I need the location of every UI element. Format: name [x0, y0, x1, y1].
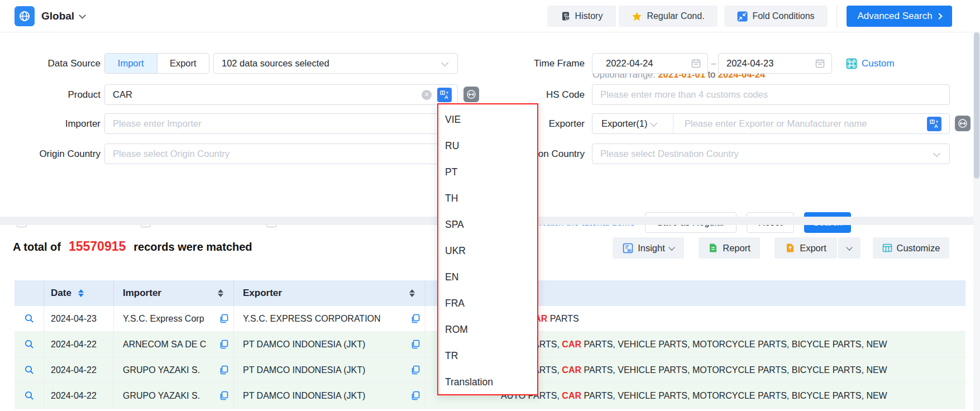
page-scrollbar-track[interactable] [973, 32, 980, 411]
exporter-cell: Y.S.C. EXPRESS CORPORATION [234, 306, 426, 331]
exporter-name[interactable]: PT DAMCO INDONESIA (JKT) [243, 391, 365, 401]
date-cell: 2024-04-22 [44, 383, 114, 408]
importer-input[interactable] [104, 113, 458, 134]
import-tab[interactable]: Import [105, 54, 157, 73]
importer-name[interactable]: Y.S.C. Express Corp [123, 314, 204, 324]
product-input[interactable]: ✕ A [104, 84, 458, 105]
hs-code-input[interactable] [592, 84, 950, 105]
end-date-input[interactable] [718, 53, 832, 74]
importer-cell: Y.S.C. Express Corp [114, 306, 234, 331]
lang-option[interactable]: VIE [438, 107, 537, 133]
exporter-type-value: Exporter(1) [601, 118, 648, 129]
exporter-cell: PT DAMCO INDONESIA (JKT) [234, 332, 426, 357]
hs-code-label: HS Code [484, 84, 585, 105]
exporter-name[interactable]: PT DAMCO INDONESIA (JKT) [243, 365, 365, 375]
lang-option[interactable]: TH [438, 185, 537, 212]
product-text: AUTO PARTS, CAR PARTS, VEHICLE PARTS, MO… [501, 340, 887, 350]
sort-exporter-control[interactable] [409, 289, 415, 297]
copy-icon[interactable] [410, 314, 420, 323]
importer-cell: GRUPO YAZAKI S. [114, 383, 234, 408]
report-button[interactable]: Report [699, 237, 760, 259]
top-bar: Global History Regular Cond. Fold Condit… [0, 0, 980, 32]
export-tab[interactable]: Export [157, 54, 209, 73]
copy-icon[interactable] [219, 340, 228, 349]
row-detail-button[interactable] [15, 383, 44, 408]
chevron-down-icon [650, 120, 657, 127]
copy-icon[interactable] [219, 314, 228, 323]
origin-country-select[interactable] [104, 144, 458, 164]
product-value[interactable] [113, 89, 416, 100]
export-button[interactable]: Export [775, 237, 837, 259]
copy-icon[interactable] [410, 391, 420, 400]
copy-icon[interactable] [219, 391, 228, 400]
lang-option[interactable]: SPA [438, 212, 537, 238]
total-count: 15570915 [69, 239, 126, 254]
destination-country-field[interactable] [600, 149, 931, 159]
exporter-name[interactable]: Y.S.C. EXPRESS CORPORATION [243, 314, 381, 324]
importer-name[interactable]: GRUPO YAZAKI S. [123, 391, 200, 401]
end-date-value[interactable] [726, 58, 815, 69]
importer-field[interactable] [113, 118, 450, 129]
page-scrollbar-thumb[interactable] [974, 32, 979, 179]
export-options-button[interactable] [838, 237, 861, 259]
row-detail-button[interactable] [15, 357, 44, 383]
hs-code-field[interactable] [600, 89, 941, 100]
importer-cell: GRUPO YAZAKI S. [114, 357, 234, 383]
translate-icon[interactable]: A [437, 88, 452, 102]
regular-conditions-button[interactable]: Regular Cond. [619, 6, 718, 27]
date-range-dash: – [709, 53, 718, 74]
match-mode-icon[interactable] [955, 116, 971, 131]
copy-icon[interactable] [410, 365, 420, 375]
chevron-down-icon [933, 150, 940, 157]
sort-importer-control[interactable] [218, 289, 223, 297]
lang-option[interactable]: ROM [438, 317, 537, 343]
insight-button[interactable]: BI Insight [613, 237, 684, 259]
product-label: Product [0, 84, 101, 105]
chevron-right-icon [936, 13, 942, 19]
match-mode-icon[interactable] [463, 87, 479, 102]
magnifier-icon [24, 365, 35, 375]
data-sources-select[interactable]: 102 data sources selected [213, 53, 458, 74]
command-icon [846, 58, 857, 69]
lang-option[interactable]: EN [438, 264, 537, 290]
importer-name[interactable]: ARNECOM SA DE C [123, 340, 206, 350]
translate-language-dropdown: VIERUPTTHSPAUKRENFRAROMTRTranslation [437, 103, 538, 395]
exporter-field[interactable] [673, 118, 927, 129]
copy-icon[interactable] [219, 365, 228, 375]
start-date-input[interactable] [592, 53, 708, 74]
exporter-type-select[interactable]: Exporter(1) [592, 114, 673, 133]
start-date-value[interactable] [606, 58, 691, 69]
region-label: Global [41, 10, 74, 22]
lang-option[interactable]: TR [438, 343, 537, 369]
lang-option[interactable]: UKR [438, 238, 537, 264]
lang-option[interactable]: RU [438, 133, 537, 159]
advanced-search-button[interactable]: Advanced Search [847, 6, 952, 27]
date-cell: 2024-04-23 [44, 306, 114, 331]
copy-icon[interactable] [410, 340, 420, 349]
lang-option[interactable]: Translation [438, 369, 537, 395]
exporter-cell: PT DAMCO INDONESIA (JKT) [234, 383, 426, 408]
exporter-name[interactable]: PT DAMCO INDONESIA (JKT) [243, 340, 365, 350]
origin-country-field[interactable] [113, 149, 439, 159]
region-selector[interactable]: Global [41, 0, 85, 32]
custom-time-button[interactable]: Custom [846, 53, 895, 74]
row-detail-button[interactable] [15, 332, 44, 357]
date-cell: 2024-04-22 [44, 357, 114, 383]
translate-icon[interactable]: A [927, 117, 941, 131]
row-detail-button[interactable] [15, 306, 44, 331]
importer-cell: ARNECOM SA DE C [114, 332, 234, 357]
lang-option[interactable]: FRA [438, 290, 537, 317]
origin-country-label: Origin Country [0, 144, 101, 164]
destination-country-select[interactable] [592, 144, 950, 164]
exporter-compound-input: Exporter(1) A [592, 113, 950, 134]
sort-date-control[interactable] [78, 289, 84, 297]
chevron-down-icon [668, 244, 675, 250]
history-button[interactable]: History [547, 6, 616, 27]
lang-option[interactable]: PT [438, 159, 537, 185]
clear-icon[interactable]: ✕ [422, 90, 432, 100]
fold-conditions-button[interactable]: Fold Conditions [724, 6, 828, 27]
history-icon [561, 11, 571, 21]
customize-columns-icon [882, 243, 892, 253]
importer-name[interactable]: GRUPO YAZAKI S. [123, 365, 200, 375]
customize-button[interactable]: Customize [873, 237, 949, 259]
